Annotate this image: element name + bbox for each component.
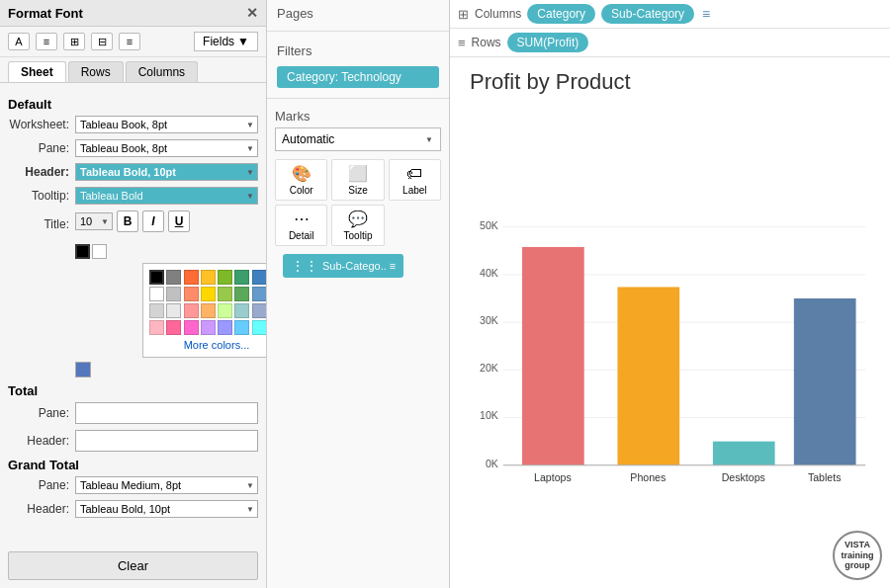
bar-tablets[interactable]	[794, 298, 856, 465]
vista-logo: VISTAtraining group	[833, 531, 882, 580]
underline-button[interactable]: U	[168, 210, 190, 232]
sub-category-shelf-chip[interactable]: Sub-Category	[601, 4, 694, 24]
bold-button[interactable]: B	[117, 210, 138, 232]
tab-sheet[interactable]: Sheet	[8, 61, 66, 82]
tab-columns[interactable]: Columns	[126, 61, 198, 82]
swatch-13[interactable]	[234, 287, 249, 301]
tooltip-label: Tooltip:	[8, 189, 75, 203]
header-label-total: Header:	[8, 434, 75, 448]
header-row-total: Header:	[8, 430, 258, 452]
header-select-total[interactable]	[75, 430, 258, 452]
swatch-20[interactable]	[218, 303, 232, 318]
sub-category-chip[interactable]: ⋮⋮ Sub-Catego.. ≡	[283, 254, 403, 278]
format-font-panel: Format Font ✕ A ≡ ⊞ ⊟ ≡ Fields ▼ Sheet R…	[0, 0, 267, 588]
swatch-24[interactable]	[149, 320, 164, 335]
label-mark-btn[interactable]: 🏷 Label	[389, 159, 441, 201]
header-select-default[interactable]: Tableau Bold, 10pt	[75, 163, 258, 181]
swatch-16[interactable]	[149, 303, 164, 318]
swatch-26[interactable]	[184, 320, 199, 335]
detail-mark-btn[interactable]: ⋯ Detail	[275, 205, 327, 246]
toolbar-a-icon[interactable]: A	[8, 33, 30, 50]
swatch-29[interactable]	[234, 320, 249, 335]
marks-section: Marks Automatic 🎨 Color ⬜ Size 🏷 Label ⋯…	[267, 105, 449, 286]
header-select-grand[interactable]: Tableau Bold, 10pt	[75, 500, 258, 518]
size-mark-label: Size	[348, 185, 367, 196]
swatch-21[interactable]	[234, 303, 249, 318]
bar-phones[interactable]	[617, 287, 679, 464]
default-section-title: Default	[8, 97, 258, 112]
bar-laptops[interactable]	[522, 247, 584, 465]
header-select-wrapper-default: Tableau Bold, 10pt	[75, 163, 258, 181]
swatch-4[interactable]	[218, 270, 232, 285]
swatch-6[interactable]	[252, 270, 267, 285]
swatch-14[interactable]	[252, 287, 267, 301]
sum-profit-chip[interactable]: SUM(Profit)	[507, 33, 589, 52]
clear-button[interactable]: Clear	[8, 551, 258, 580]
worksheet-select[interactable]: Tableau Book, 8pt	[75, 116, 258, 133]
svg-text:Phones: Phones	[630, 471, 666, 483]
color-swatch-white[interactable]	[92, 244, 107, 259]
pane-select-grand[interactable]: Tableau Medium, 8pt	[75, 476, 258, 494]
color-picker-popup: More colors...	[142, 263, 266, 358]
tooltip-mark-label: Tooltip	[344, 230, 373, 241]
swatch-11[interactable]	[201, 287, 216, 301]
font-format-controls: 10 B I U	[75, 210, 258, 232]
italic-button[interactable]: I	[142, 210, 164, 232]
category-chip[interactable]: Category	[527, 4, 595, 24]
filter-chip[interactable]: Category: Technology	[277, 66, 439, 88]
swatch-28[interactable]	[218, 320, 232, 335]
swatch-17[interactable]	[166, 303, 181, 318]
fields-button[interactable]: Fields ▼	[194, 32, 258, 51]
pane-select-wrapper-grand: Tableau Medium, 8pt	[75, 476, 258, 494]
marks-grid: 🎨 Color ⬜ Size 🏷 Label ⋯ Detail 💬 Toolti…	[275, 159, 441, 246]
label-mark-icon: 🏷	[406, 165, 422, 183]
swatch-22[interactable]	[252, 303, 267, 318]
bar-desktops[interactable]	[713, 442, 775, 465]
swatch-0[interactable]	[149, 270, 164, 285]
header-label-default: Header:	[8, 165, 75, 179]
header-select-wrapper-grand: Tableau Bold, 10pt	[75, 500, 258, 518]
more-colors-link[interactable]: More colors...	[149, 339, 266, 351]
swatch-19[interactable]	[201, 303, 216, 318]
header-label-grand: Header:	[8, 502, 75, 516]
worksheet-row: Worksheet: Tableau Book, 8pt	[8, 116, 258, 133]
svg-text:Laptops: Laptops	[534, 471, 572, 483]
pane-select-default[interactable]: Tableau Book, 8pt	[75, 139, 258, 157]
font-size-select[interactable]: 10	[75, 212, 113, 230]
tooltip-select[interactable]: Tableau Bold	[75, 187, 258, 205]
swatch-2[interactable]	[184, 270, 199, 285]
panel-title: Format Font	[8, 6, 83, 21]
selected-color-preview	[75, 362, 91, 378]
toolbar-border-icon[interactable]: ⊟	[91, 33, 113, 50]
swatch-3[interactable]	[201, 270, 216, 285]
swatch-1[interactable]	[166, 270, 181, 285]
panel-header: Format Font ✕	[0, 0, 266, 27]
tooltip-mark-btn[interactable]: 💬 Tooltip	[331, 205, 384, 246]
toolbar-grid-icon[interactable]: ⊞	[63, 33, 85, 50]
swatch-30[interactable]	[252, 320, 267, 335]
marks-type-wrapper: Automatic	[275, 127, 441, 151]
swatch-10[interactable]	[184, 287, 199, 301]
header-row-grand: Header: Tableau Bold, 10pt	[8, 500, 258, 518]
size-mark-btn[interactable]: ⬜ Size	[331, 159, 384, 201]
toolbar-align-icon[interactable]: ≡	[36, 33, 57, 50]
swatch-27[interactable]	[201, 320, 216, 335]
swatch-5[interactable]	[234, 270, 249, 285]
bar-chart: 0K 10K 20K 30K 40K 50K Laptops Phones De…	[470, 109, 870, 568]
swatch-25[interactable]	[166, 320, 181, 335]
svg-text:10K: 10K	[480, 409, 498, 421]
swatch-18[interactable]	[184, 303, 199, 318]
toolbar-lines-icon[interactable]: ≡	[119, 33, 140, 50]
columns-shelf: ⊞ Columns Category Sub-Category ≡	[450, 0, 890, 29]
color-swatch-black[interactable]	[75, 244, 90, 259]
marks-type-select[interactable]: Automatic	[275, 127, 441, 151]
swatch-12[interactable]	[218, 287, 232, 301]
tab-rows[interactable]: Rows	[68, 61, 124, 82]
add-columns-icon[interactable]: ≡	[702, 6, 710, 22]
swatch-9[interactable]	[166, 287, 181, 301]
title-row: Title: 10 B I U	[8, 210, 258, 238]
pane-select-total[interactable]	[75, 402, 258, 424]
swatch-8[interactable]	[149, 287, 164, 301]
close-button[interactable]: ✕	[246, 5, 258, 21]
color-mark-btn[interactable]: 🎨 Color	[275, 159, 327, 201]
